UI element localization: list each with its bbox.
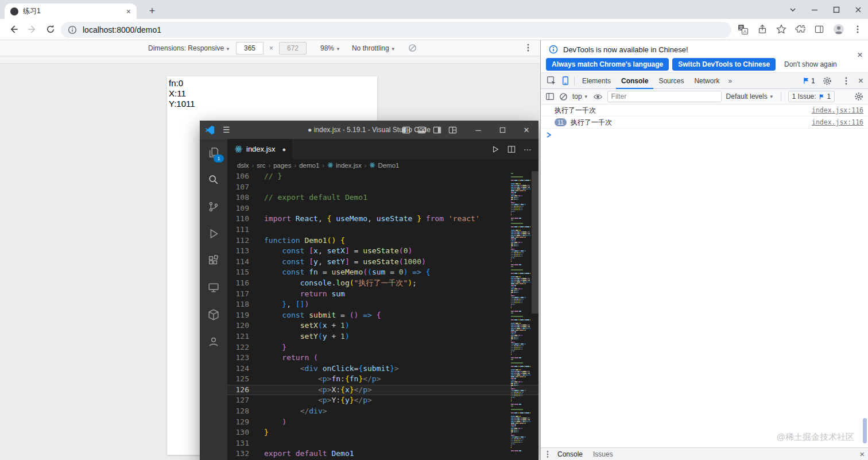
chrome-menu-kebab-icon[interactable] — [853, 24, 862, 34]
breadcrumb-item[interactable]: index.jsx — [327, 162, 362, 169]
live-expression-eye-icon[interactable] — [593, 92, 603, 102]
console-context-select[interactable]: top▼ — [572, 92, 588, 100]
more-panels-icon[interactable]: » — [724, 77, 735, 85]
page-line[interactable]: X:11 — [167, 88, 377, 99]
drawer-tab-issues[interactable]: Issues — [588, 448, 618, 460]
page-line[interactable]: Y:1011 — [167, 99, 377, 109]
window-minimize-button[interactable] — [811, 6, 819, 14]
reload-button[interactable] — [44, 22, 57, 36]
page-line[interactable]: fn:0 — [167, 76, 377, 88]
inspect-element-icon[interactable] — [544, 74, 558, 88]
console-prompt[interactable] — [541, 129, 868, 141]
viewport-width-input[interactable] — [236, 42, 264, 55]
forward-button[interactable] — [25, 22, 39, 36]
editor-more-actions-icon[interactable]: ⋯ — [524, 145, 532, 154]
devtools-tab-elements[interactable]: Elements — [577, 73, 616, 89]
code-line: 122 } — [227, 342, 538, 353]
split-editor-icon[interactable] — [507, 145, 516, 153]
back-button[interactable] — [7, 22, 21, 36]
hamburger-menu-icon[interactable]: ☰ — [223, 125, 230, 134]
devtools-tab-console[interactable]: Console — [616, 73, 653, 89]
run-and-debug-icon[interactable] — [207, 227, 220, 241]
drawer-close-icon[interactable]: × — [859, 449, 865, 459]
issues-counter[interactable]: 1 Issue: 1 — [788, 91, 835, 102]
explorer-icon[interactable]: 1 — [207, 146, 220, 160]
drawer-menu-kebab-icon[interactable] — [544, 450, 551, 458]
editor-tab-indexjsx[interactable]: index.jsx ● — [227, 139, 293, 159]
tab-search-chevron-icon[interactable] — [789, 6, 797, 14]
window-maximize-button[interactable] — [832, 6, 840, 14]
extensions-puzzle-icon[interactable] — [795, 24, 805, 34]
devtools-scrollbar[interactable] — [863, 418, 867, 443]
translate-icon[interactable]: 文A — [738, 24, 749, 35]
svg-text:A: A — [743, 28, 747, 34]
breadcrumb-item[interactable]: src — [257, 162, 265, 169]
vscode-maximize-button[interactable] — [490, 121, 514, 139]
source-link[interactable]: index.jsx:116 — [812, 118, 863, 126]
vscode-titlebar[interactable]: ☰ ● index.jsx - 5.19.1 - Visual Studio C… — [200, 121, 538, 139]
repeat-count-badge: 11 — [555, 118, 567, 126]
side-panel-icon[interactable] — [814, 24, 824, 34]
address-bar[interactable]: localhost:8000/demo1 — [61, 22, 731, 38]
device-toolbar-menu-icon[interactable] — [524, 43, 532, 52]
viewport-height-input[interactable] — [279, 42, 307, 55]
code-line: 130} — [227, 427, 538, 438]
code-line: 131 — [227, 438, 538, 449]
console-sidebar-toggle-icon[interactable] — [545, 92, 555, 101]
breadcrumb-separator-icon: › — [322, 162, 324, 169]
devtools-menu-kebab-icon[interactable] — [839, 74, 853, 88]
devtools-tab-network[interactable]: Network — [689, 73, 724, 89]
devtools-close-icon[interactable]: × — [858, 76, 863, 86]
accounts-icon[interactable] — [207, 335, 220, 349]
tab-close-icon[interactable]: × — [126, 7, 131, 16]
vscode-minimize-button[interactable]: ─ — [466, 121, 490, 139]
run-file-icon[interactable] — [491, 145, 499, 153]
window-close-button[interactable] — [854, 6, 862, 14]
dont-show-again-button[interactable]: Don't show again — [779, 58, 842, 71]
console-filter-input[interactable] — [607, 91, 722, 102]
dimensions-separator: × — [269, 44, 273, 52]
browser-tabstrip: 练习1 × + — [0, 0, 868, 19]
new-tab-button[interactable]: + — [146, 5, 158, 17]
search-icon[interactable] — [207, 173, 220, 187]
package-icon[interactable] — [207, 308, 220, 322]
device-toolbar-toggle-icon[interactable] — [558, 74, 572, 88]
code-line: 108// export default Demo1 — [227, 192, 538, 203]
code-editor[interactable]: 106// }107108// export default Demo11091… — [227, 171, 538, 460]
breadcrumb-item[interactable]: dslx — [237, 162, 249, 169]
switch-devtools-chinese-button[interactable]: Switch DevTools to Chinese — [672, 58, 776, 71]
clear-console-icon[interactable] — [559, 92, 568, 101]
toggle-secondary-sidebar-icon[interactable] — [433, 126, 441, 134]
zoom-select[interactable]: 98%▼ — [320, 44, 340, 52]
breadcrumb-item[interactable]: pages — [273, 162, 291, 169]
breadcrumb-item[interactable]: demo1 — [299, 162, 319, 169]
issues-flag-badge[interactable]: 1 — [803, 77, 815, 85]
toggle-sidebar-icon[interactable] — [402, 126, 410, 134]
throttling-select[interactable]: No throttling▼ — [352, 44, 396, 52]
infobar-close-icon[interactable]: × — [857, 50, 863, 60]
share-icon[interactable] — [757, 24, 768, 34]
source-control-icon[interactable] — [207, 200, 220, 214]
drawer-tab-console[interactable]: Console — [552, 448, 588, 460]
source-link[interactable]: index.jsx:116 — [812, 106, 863, 114]
modified-dot-icon[interactable]: ● — [282, 146, 286, 153]
console-message: 11执行了一千次index.jsx:116 — [541, 117, 868, 129]
log-levels-select[interactable]: Default levels▼ — [726, 92, 774, 100]
site-info-icon[interactable] — [68, 25, 77, 34]
devtools-tab-sources[interactable]: Sources — [653, 73, 689, 89]
dimensions-select[interactable]: Dimensions: Responsive▼ — [148, 44, 230, 52]
devtools-settings-gear-icon[interactable] — [820, 74, 834, 88]
vscode-close-button[interactable]: ✕ — [514, 121, 538, 139]
always-match-language-button[interactable]: Always match Chrome's language — [546, 58, 669, 71]
browser-tab[interactable]: 练习1 × — [5, 3, 137, 19]
breadcrumb-item[interactable]: Demo1 — [369, 162, 399, 169]
remote-explorer-icon[interactable] — [207, 281, 220, 295]
minimap[interactable] — [511, 173, 530, 460]
editor-scrollbar[interactable] — [532, 171, 538, 314]
profile-avatar[interactable] — [833, 24, 844, 35]
bookmark-star-icon[interactable] — [776, 24, 786, 34]
customize-layout-icon[interactable] — [448, 126, 457, 134]
console-settings-gear-icon[interactable] — [854, 92, 863, 101]
toggle-panel-icon[interactable] — [417, 126, 426, 134]
extensions-icon[interactable] — [207, 254, 220, 268]
